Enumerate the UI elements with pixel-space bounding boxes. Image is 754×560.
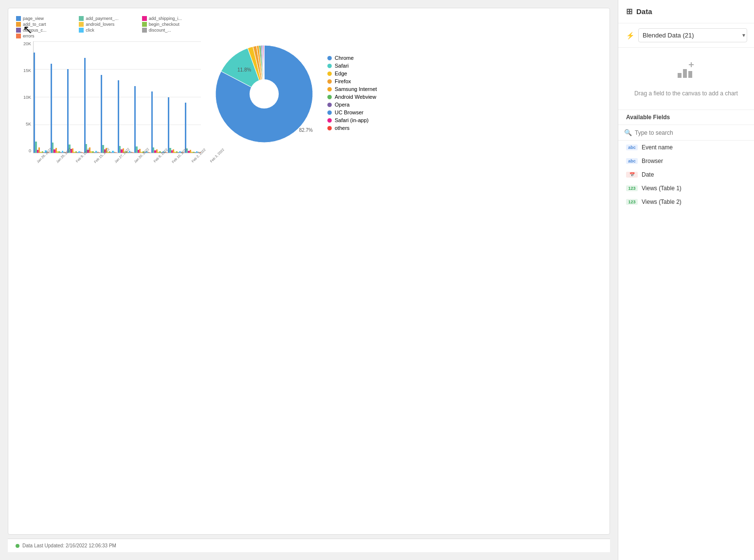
available-fields-header: Available Fields: [618, 110, 754, 125]
bar-chart-legend: page_viewadd_payment_...add_shipping_i..…: [16, 16, 201, 38]
drop-zone-text: Drag a field to the canvas to add a char…: [634, 89, 738, 98]
bar-group: [168, 41, 184, 153]
legend-item: android_lovers: [79, 22, 138, 27]
fields-list: abcEvent nameabcBrowser📅Date123Views (Ta…: [618, 141, 754, 209]
sidebar-header: ⊞ Data: [618, 0, 754, 23]
bar: [151, 91, 153, 153]
pie-legend-item: Android Webview: [327, 94, 377, 100]
y-label: 10K: [23, 95, 31, 100]
field-label: Date: [642, 171, 654, 178]
main-area: ↖ page_viewadd_payment_...add_shipping_i…: [0, 0, 618, 560]
bar: [34, 53, 35, 153]
field-type-badge: 📅: [626, 172, 638, 178]
svg-point-0: [250, 79, 279, 108]
bar: [168, 97, 169, 153]
y-label: 15K: [23, 68, 31, 73]
bar-group: [118, 41, 134, 153]
field-type-badge: 123: [626, 199, 638, 205]
bar-group: [67, 41, 84, 153]
bar: [51, 64, 52, 153]
bar-group: [134, 41, 151, 153]
field-type-badge: abc: [626, 158, 638, 164]
bar-group: [51, 41, 67, 153]
bar-group: [101, 41, 117, 153]
bar: [185, 103, 186, 153]
y-axis: 20K15K10K5K0: [16, 41, 33, 153]
svg-rect-3: [688, 71, 692, 78]
chart-plot: [33, 41, 201, 153]
legend-item: add_shipping_i...: [142, 16, 201, 21]
pie-legend-item: Samsung Internet: [327, 86, 377, 92]
field-item-views_t1[interactable]: 123Views (Table 1): [618, 181, 754, 195]
pie-label-82: 82.7%: [299, 127, 313, 133]
canvas-inner: page_viewadd_payment_...add_shipping_i..…: [16, 16, 602, 526]
drop-zone: Drag a field to the canvas to add a char…: [618, 48, 754, 110]
status-text: Data Last Updated: 2/16/2022 12:06:33 PM: [22, 543, 116, 548]
bar-group: [185, 41, 201, 153]
bar: [84, 58, 86, 153]
y-label: 0: [29, 148, 31, 153]
field-item-views_t2[interactable]: 123Views (Table 2): [618, 195, 754, 209]
pie-legend-item: Safari (in-app): [327, 117, 377, 123]
pie-legend-item: Safari: [327, 63, 377, 69]
field-type-badge: 123: [626, 185, 638, 191]
pie-legend-item: Chrome: [327, 55, 377, 61]
legend-item: errors: [16, 34, 75, 38]
field-label: Browser: [642, 158, 663, 164]
pie-legend-item: others: [327, 125, 377, 131]
legend-item: begin_checkout: [142, 22, 201, 27]
bar: [99, 152, 100, 153]
pie-label-11: 11.8%: [237, 67, 251, 72]
bar-chart-section: page_viewadd_payment_...add_shipping_i..…: [16, 16, 201, 181]
legend-item: click: [79, 28, 138, 33]
legend-item: campus_c...: [16, 28, 75, 33]
data-source-select[interactable]: Blended Data (21): [638, 28, 747, 42]
table-icon: ⊞: [626, 7, 632, 16]
pie-legend-item: Opera: [327, 102, 377, 108]
field-label: Views (Table 1): [642, 185, 682, 192]
data-source-row: ⚡ Blended Data (21) ▼: [618, 23, 754, 48]
field-label: Views (Table 2): [642, 199, 682, 205]
bar-group: [34, 41, 50, 153]
field-label: Event name: [642, 144, 673, 151]
x-axis-labels: Jan 26, 2022Jan 25, 2022Feb 9, 2022Feb 1…: [33, 153, 201, 168]
pie-legend-item: UC Browser: [327, 109, 377, 115]
sidebar: ⊞ Data ⚡ Blended Data (21) ▼ Drag a fiel…: [618, 0, 754, 560]
bar: [115, 152, 117, 153]
pie-wrapper: 82.7% 11.8%: [211, 40, 318, 147]
legend-item: add_payment_...: [79, 16, 138, 21]
y-label: 20K: [23, 41, 31, 46]
search-row[interactable]: 🔍: [618, 125, 754, 141]
legend-item: add_to_cart: [16, 22, 75, 27]
pie-legend-item: Firefox: [327, 78, 377, 84]
bar: [118, 80, 119, 153]
person-icon: ⚡: [626, 32, 634, 39]
pie-legend: ChromeSafariEdgeFirefoxSamsung InternetA…: [327, 55, 377, 133]
bar-group: [151, 41, 168, 153]
pie-chart-section: 82.7% 11.8% ChromeSafariEdgeFirefoxSamsu…: [211, 16, 434, 172]
field-item-event_name[interactable]: abcEvent name: [618, 141, 754, 154]
pie-legend-item: Edge: [327, 71, 377, 76]
field-type-badge: abc: [626, 145, 638, 150]
status-bar: Data Last Updated: 2/16/2022 12:06:33 PM: [8, 539, 610, 552]
bar: [134, 86, 136, 153]
bar: [101, 75, 102, 153]
sidebar-title: Data: [636, 7, 652, 16]
search-input[interactable]: [635, 129, 748, 136]
svg-rect-1: [678, 73, 682, 78]
field-item-browser[interactable]: abcBrowser: [618, 154, 754, 168]
bar-chart-area: 20K15K10K5K0 Jan 26, 2022Jan 2: [16, 41, 201, 168]
status-dot: [16, 544, 19, 548]
chart-add-icon: [677, 59, 696, 85]
field-item-date[interactable]: 📅Date: [618, 168, 754, 181]
y-label: 5K: [26, 122, 31, 126]
bar-group: [84, 41, 101, 153]
legend-item: discount_...: [142, 28, 201, 33]
search-icon: 🔍: [624, 129, 632, 136]
bar: [67, 69, 69, 153]
legend-item: page_view: [16, 16, 75, 21]
svg-rect-2: [683, 69, 687, 78]
canvas-container: ↖ page_viewadd_payment_...add_shipping_i…: [8, 8, 610, 535]
